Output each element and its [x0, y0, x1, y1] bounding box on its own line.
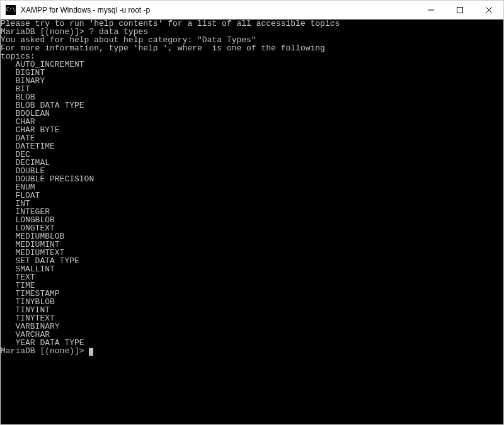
help-topic: INT	[1, 200, 503, 208]
prompt-prefix: MariaDB [(none)]>	[1, 346, 89, 356]
terminal-output[interactable]: Please try to run 'help contents' for a …	[1, 20, 503, 424]
prompt-line: MariaDB [(none)]>	[1, 347, 503, 356]
window-titlebar: C:\ XAMPP for Windows - mysql -u root -p	[1, 1, 503, 20]
help-topic: MEDIUMBLOB	[1, 232, 503, 241]
help-topic: DEC	[1, 150, 503, 159]
help-topic: TINYTEXT	[1, 314, 503, 322]
help-topic: TEXT	[1, 273, 503, 281]
help-topic: BIGINT	[1, 69, 503, 77]
window-controls	[416, 1, 503, 19]
help-topic: FLOAT	[1, 191, 503, 200]
help-topic: DATE	[1, 134, 503, 142]
help-topic: TINYINT	[1, 306, 503, 314]
minimize-icon	[428, 7, 434, 13]
help-topic: VARBINARY	[1, 322, 503, 331]
help-topic: TINYBLOB	[1, 298, 503, 306]
help-topic: DOUBLE PRECISION	[1, 175, 503, 183]
help-topic: LONGTEXT	[1, 224, 503, 232]
help-topic: AUTO_INCREMENT	[1, 60, 503, 69]
help-topic: CHAR	[1, 118, 503, 126]
maximize-button[interactable]	[445, 1, 474, 19]
help-topic: LONGBLOB	[1, 216, 503, 224]
help-topic: INTEGER	[1, 208, 503, 216]
cursor-icon	[89, 348, 93, 356]
help-topic: SET DATA TYPE	[1, 257, 503, 265]
help-topic: ENUM	[1, 183, 503, 191]
terminal-line: For more information, type 'help ', wher…	[1, 44, 503, 52]
maximize-icon	[457, 7, 463, 13]
close-icon	[486, 7, 492, 13]
help-topic: BLOB DATA TYPE	[1, 101, 503, 110]
help-topic: BINARY	[1, 77, 503, 85]
help-topic: BIT	[1, 85, 503, 93]
window-title: XAMPP for Windows - mysql -u root -p	[21, 6, 416, 14]
help-topic: CHAR BYTE	[1, 126, 503, 134]
help-topic: DECIMAL	[1, 159, 503, 167]
close-button[interactable]	[474, 1, 503, 19]
help-topic: TIME	[1, 281, 503, 290]
help-topic: DATETIME	[1, 142, 503, 150]
help-topic: BOOLEAN	[1, 110, 503, 118]
cmd-icon: C:\	[6, 5, 16, 15]
minimize-button[interactable]	[416, 1, 445, 19]
svg-rect-1	[457, 7, 463, 13]
help-topic: SMALLINT	[1, 265, 503, 273]
help-topic: TIMESTAMP	[1, 290, 503, 298]
help-topic: MEDIUMINT	[1, 241, 503, 249]
